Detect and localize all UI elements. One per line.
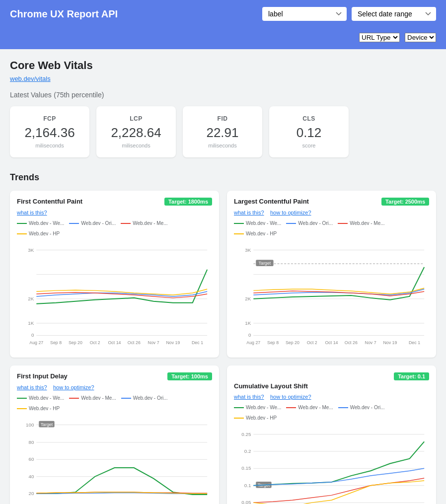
lcp-chart-card: Largest Contentful Paint Target: 2500ms … [227, 191, 436, 358]
svg-text:Target: Target [259, 261, 271, 266]
svg-text:Nov 19: Nov 19 [166, 340, 180, 345]
svg-text:Oct 2: Oct 2 [307, 340, 317, 345]
chart-grid: First Contentful Paint Target: 1800ms wh… [10, 191, 436, 504]
fid-chart-links: what is this? how to optimize? [17, 382, 212, 391]
legend-item: Web.dev - Ori... [69, 220, 116, 226]
header-controls: label Select date range [262, 7, 436, 21]
kpi-lcp: LCP 2,228.64 miliseconds [96, 106, 176, 157]
svg-text:Sep 8: Sep 8 [50, 340, 62, 345]
cls-chart-header: Cumulative Layout Shift [234, 382, 429, 390]
kpi-lcp-unit: miliseconds [107, 143, 165, 148]
fcp-chart-header: First Contentful Paint Target: 1800ms [17, 198, 212, 206]
cls-chart-svg-wrap: 0.25 0.2 0.15 0.1 0.05 0 Target [234, 424, 429, 504]
legend-item: Web.dev - Me... [286, 405, 333, 410]
svg-text:Oct 26: Oct 26 [345, 340, 358, 345]
svg-text:Oct 14: Oct 14 [325, 340, 338, 345]
kpi-fcp-unit: miliseconds [21, 143, 78, 148]
legend-item: Web.dev - We... [17, 220, 64, 226]
legend-item: Web.dev - Ori... [338, 405, 385, 410]
svg-text:60: 60 [28, 456, 34, 462]
cls-svg: 0.25 0.2 0.15 0.1 0.05 0 Target [234, 424, 429, 504]
svg-text:1K: 1K [245, 320, 251, 326]
header-row2: URL Type Device [10, 33, 436, 42]
cls-legend: Web.dev - We... Web.dev - Me... Web.dev … [234, 405, 429, 421]
legend-item: Web.dev - HP [234, 415, 277, 421]
fcp-svg: 3K 2K 1K 0 Aug 27 Sep 8 Sep 20 [17, 239, 212, 349]
fid-legend: Web.dev - We... Web.dev - Me... Web.dev … [17, 395, 212, 411]
fcp-chart-card: First Contentful Paint Target: 1800ms wh… [10, 191, 219, 358]
kpi-fid: FID 22.91 miliseconds [183, 106, 262, 157]
fcp-chart-links: what is this? [17, 208, 212, 216]
svg-text:20: 20 [28, 491, 34, 496]
app-title: Chrome UX Report API [10, 8, 254, 20]
svg-text:Sep 20: Sep 20 [69, 340, 82, 345]
url-type-dropdown[interactable]: URL Type [359, 33, 400, 42]
main-content: Core Web Vitals web.dev/vitals Latest Va… [0, 49, 446, 504]
svg-text:0.1: 0.1 [244, 483, 251, 488]
cls-chart-card: Target: 0.1 Cumulative Layout Shift what… [227, 365, 436, 504]
fid-chart-header: First Input Delay Target: 100ms [17, 372, 212, 380]
svg-text:2K: 2K [245, 296, 251, 301]
fid-svg: 100 80 60 40 20 0 Target [17, 414, 212, 504]
fcp-what-is-this[interactable]: what is this? [17, 210, 47, 216]
svg-text:Sep 20: Sep 20 [286, 340, 299, 345]
cls-chart-title: Cumulative Layout Shift [234, 382, 308, 390]
svg-text:Nov 7: Nov 7 [148, 340, 159, 345]
svg-text:Target: Target [41, 422, 53, 427]
kpi-fid-value: 22.91 [194, 125, 251, 141]
legend-item: Web.dev - HP [234, 231, 277, 236]
fid-chart-svg-wrap: 100 80 60 40 20 0 Target [17, 414, 212, 504]
fcp-target-badge: Target: 1800ms [164, 198, 212, 206]
lcp-chart-title: Largest Contentful Paint [234, 198, 309, 205]
svg-text:80: 80 [28, 439, 34, 445]
lcp-svg: 3K 2K 1K 0 Target [234, 239, 429, 349]
kpi-fcp-value: 2,164.36 [21, 125, 78, 141]
fcp-chart-title: First Contentful Paint [17, 198, 82, 205]
legend-item: Web.dev - We... [234, 220, 281, 226]
svg-text:3K: 3K [245, 247, 251, 253]
svg-text:Dec 1: Dec 1 [409, 340, 420, 345]
svg-text:Oct 2: Oct 2 [90, 340, 100, 345]
legend-item: Web.dev - We... [17, 395, 64, 401]
date-range-dropdown[interactable]: Select date range [352, 7, 436, 21]
legend-item: Web.dev - We... [234, 405, 281, 410]
cls-what-is-this[interactable]: what is this? [234, 394, 264, 400]
cls-how-to-optimize[interactable]: how to optimize? [270, 394, 311, 400]
kpi-row: FCP 2,164.36 miliseconds LCP 2,228.64 mi… [10, 106, 436, 157]
legend-item: Web.dev - Me... [338, 220, 384, 226]
lcp-how-to-optimize[interactable]: how to optimize? [270, 210, 311, 216]
kpi-lcp-label: LCP [107, 115, 165, 122]
kpi-fcp-label: FCP [21, 115, 78, 122]
legend-item: Web.dev - HP [17, 231, 60, 236]
svg-text:3K: 3K [28, 247, 34, 253]
label-dropdown[interactable]: label [262, 7, 347, 21]
fid-chart-title: First Input Delay [17, 372, 68, 380]
svg-text:0: 0 [31, 332, 34, 338]
legend-item: Web.dev - Me... [69, 395, 116, 401]
fcp-chart-svg-wrap: 3K 2K 1K 0 Aug 27 Sep 8 Sep 20 [17, 239, 212, 351]
lcp-what-is-this[interactable]: what is this? [234, 210, 264, 216]
legend-item: Web.dev - Ori... [121, 395, 168, 401]
svg-text:100: 100 [26, 422, 34, 428]
device-dropdown[interactable]: Device [405, 33, 436, 42]
fid-target-badge: Target: 100ms [167, 372, 212, 380]
kpi-fid-label: FID [194, 115, 251, 122]
page-link[interactable]: web.dev/vitals [10, 75, 51, 82]
lcp-chart-header: Largest Contentful Paint Target: 2500ms [234, 198, 429, 206]
svg-text:0.05: 0.05 [241, 500, 251, 504]
svg-text:40: 40 [28, 474, 34, 479]
svg-text:Aug 27: Aug 27 [29, 340, 43, 345]
kpi-cls-label: CLS [280, 115, 338, 122]
svg-text:0: 0 [248, 332, 251, 338]
kpi-lcp-value: 2,228.64 [107, 125, 165, 141]
svg-text:Dec 1: Dec 1 [192, 340, 203, 345]
fcp-legend: Web.dev - We... Web.dev - Ori... Web.dev… [17, 220, 212, 236]
cls-chart-links: what is this? how to optimize? [234, 392, 429, 401]
fid-what-is-this[interactable]: what is this? [17, 384, 47, 390]
fid-chart-card: First Input Delay Target: 100ms what is … [10, 365, 219, 504]
page-title: Core Web Vitals [10, 59, 436, 72]
svg-text:Nov 19: Nov 19 [383, 340, 397, 345]
svg-text:0.2: 0.2 [244, 448, 251, 454]
fid-how-to-optimize[interactable]: how to optimize? [53, 384, 94, 390]
svg-text:2K: 2K [28, 296, 34, 301]
